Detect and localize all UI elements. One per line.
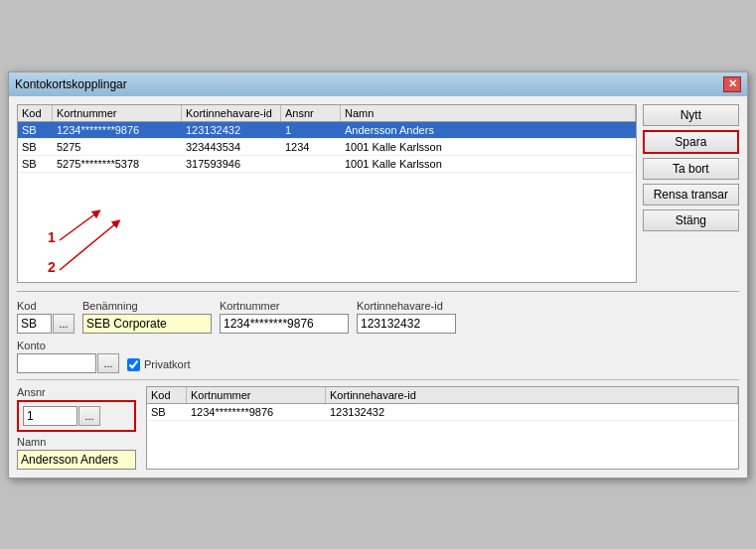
label-namn: Namn — [17, 436, 136, 448]
anstner-input[interactable] — [23, 406, 77, 426]
bottom-section: Kod ... Benämning Kortnummer Kortinnehav… — [17, 300, 739, 470]
cell-kod: SB — [18, 156, 53, 172]
cell-namn: Andersson Anders — [341, 122, 636, 138]
konto-input[interactable] — [17, 353, 96, 373]
header-kod: Kod — [18, 105, 53, 121]
benamning-input[interactable] — [82, 314, 212, 334]
anstner-input-group: ... — [23, 406, 130, 426]
form-divider — [17, 379, 739, 380]
form-group-benamning: Benämning — [82, 300, 212, 334]
label-privatkort: Privatkort — [144, 358, 190, 370]
form-group-namn: Namn — [17, 436, 136, 470]
konto-input-group: ... — [17, 353, 119, 373]
inner-table-row[interactable]: SB 1234********9876 123132432 — [147, 404, 738, 421]
cell-ansnr: 1 — [281, 122, 341, 138]
form-group-anstner: Ansnr ... — [17, 386, 136, 432]
main-window: Kontokortskopplingar ✕ Kod Kortnummer Ko… — [8, 71, 748, 479]
form-group-kortinnehavare-id: Kortinnehavare-id — [357, 300, 456, 334]
cell-kortnummer: 5275 — [53, 139, 182, 155]
cell-kortnummer: 5275********5378 — [53, 156, 182, 172]
inner-cell-kortinnehavare-id: 123132432 — [326, 404, 738, 420]
svg-line-1 — [60, 212, 97, 240]
inner-cell-kod: SB — [147, 404, 187, 420]
svg-text:2: 2 — [48, 259, 56, 275]
window-title: Kontokortskopplingar — [15, 77, 127, 91]
form-row-1: Kod ... Benämning Kortnummer Kortinnehav… — [17, 300, 739, 334]
form-group-kortnummer: Kortnummer — [220, 300, 349, 334]
label-kod: Kod — [17, 300, 75, 312]
form-group-kod: Kod ... — [17, 300, 75, 334]
namn-input[interactable] — [17, 450, 136, 470]
konto-btn[interactable]: ... — [97, 353, 119, 373]
svg-text:1: 1 — [48, 229, 56, 245]
ta-bort-button[interactable]: Ta bort — [643, 158, 739, 180]
table-header: Kod Kortnummer Kortinnehavare-id Ansnr N… — [18, 105, 636, 122]
label-kortnummer: Kortnummer — [220, 300, 349, 312]
header-ansnr: Ansnr — [281, 105, 341, 121]
main-table-panel: Kod Kortnummer Kortinnehavare-id Ansnr N… — [17, 104, 637, 283]
cell-kod: SB — [18, 139, 53, 155]
inner-header-kod: Kod — [147, 387, 187, 403]
kortinnehavare-id-input[interactable] — [357, 314, 456, 334]
kod-input-group: ... — [17, 314, 75, 334]
table-row[interactable]: SB 1234********9876 123132432 1 Andersso… — [18, 122, 636, 139]
inner-header-kortinnehavare-id: Kortinnehavare-id — [326, 387, 738, 403]
button-panel: Nytt Spara Ta bort Rensa transar Stäng — [643, 104, 739, 283]
cell-namn: 1001 Kalle Karlsson — [341, 139, 636, 155]
stang-button[interactable]: Stäng — [643, 209, 739, 231]
inner-table-header: Kod Kortnummer Kortinnehavare-id — [147, 387, 738, 404]
cell-ansnr: 1234 — [281, 139, 341, 155]
svg-line-3 — [60, 222, 117, 270]
section-divider — [17, 291, 739, 292]
label-kortinnehavare-id: Kortinnehavare-id — [357, 300, 456, 312]
table-row[interactable]: SB 5275********5378 317593946 1001 Kalle… — [18, 156, 636, 173]
table-row[interactable]: SB 5275 323443534 1234 1001 Kalle Karlss… — [18, 139, 636, 156]
cell-ansnr — [281, 156, 341, 172]
spara-button[interactable]: Spara — [643, 130, 739, 154]
anstner-box: ... — [17, 400, 136, 432]
nytt-button[interactable]: Nytt — [643, 104, 739, 126]
label-konto: Konto — [17, 340, 119, 351]
cell-kortinnehavare-id: 323443534 — [182, 139, 281, 155]
privatkort-group: Privatkort — [127, 358, 190, 373]
close-button[interactable]: ✕ — [723, 76, 741, 92]
inner-table: Kod Kortnummer Kortinnehavare-id SB 1234… — [146, 386, 739, 470]
kortnummer-input[interactable] — [220, 314, 349, 334]
window-body: Kod Kortnummer Kortinnehavare-id Ansnr N… — [9, 96, 747, 478]
cell-kortinnehavare-id: 123132432 — [182, 122, 281, 138]
annotation-arrows: 1 2 — [38, 183, 236, 282]
cell-kod: SB — [18, 122, 53, 138]
kod-btn[interactable]: ... — [53, 314, 75, 334]
label-benamning: Benämning — [82, 300, 212, 312]
title-bar: Kontokortskopplingar ✕ — [9, 72, 747, 96]
cell-namn: 1001 Kalle Karlsson — [341, 156, 636, 172]
form-row-2: Konto ... Privatkort — [17, 340, 739, 373]
form-group-konto: Konto ... — [17, 340, 119, 373]
cell-kortnummer: 1234********9876 — [53, 122, 182, 138]
header-kortinnehavare-id: Kortinnehavare-id — [182, 105, 281, 121]
label-anstner: Ansnr — [17, 386, 136, 398]
top-section: Kod Kortnummer Kortinnehavare-id Ansnr N… — [17, 104, 739, 283]
anstner-btn[interactable]: ... — [78, 406, 100, 426]
rensa-transar-button[interactable]: Rensa transar — [643, 184, 739, 206]
left-panel: Ansnr ... Namn — [17, 386, 136, 470]
bottom-panels: Ansnr ... Namn — [17, 386, 739, 470]
kod-input[interactable] — [17, 314, 52, 334]
privatkort-checkbox[interactable] — [127, 358, 140, 371]
cell-kortinnehavare-id: 317593946 — [182, 156, 281, 172]
header-kortnummer: Kortnummer — [53, 105, 182, 121]
header-namn: Namn — [341, 105, 636, 121]
inner-cell-kortnummer: 1234********9876 — [187, 404, 326, 420]
inner-header-kortnummer: Kortnummer — [187, 387, 326, 403]
